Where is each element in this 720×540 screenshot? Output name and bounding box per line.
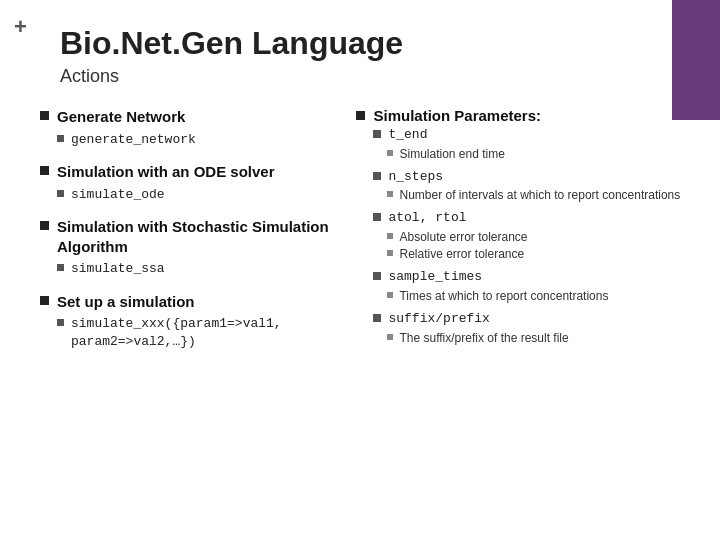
sub-sub-bullet-icon <box>387 191 393 197</box>
sub-sub-bullet-icon <box>387 150 393 156</box>
list-item: Simulation with an ODE solver simulate_o… <box>40 162 336 203</box>
left-column: Generate Network generate_network Simula… <box>40 107 346 364</box>
plus-icon: + <box>14 14 27 40</box>
sub-bullet-icon <box>373 314 381 322</box>
slide: + Bio.Net.Gen Language Actions Generate … <box>0 0 720 540</box>
sub-bullet-icon <box>373 130 381 138</box>
item-label: Simulation with an ODE solver <box>57 162 275 182</box>
param-desc: Times at which to report concentrations <box>399 288 608 304</box>
sub-item-code: simulate_ode <box>71 186 165 204</box>
param-n-steps: n_steps Number of intervals at which to … <box>373 168 690 204</box>
page-subtitle: Actions <box>60 66 690 87</box>
right-header-label: Simulation Parameters: <box>373 107 541 124</box>
sub-item-code: simulate_xxx({param1=>val1, param2=>val2… <box>71 315 336 350</box>
param-suffix-prefix: suffix/prefix The suffix/prefix of the r… <box>373 310 690 346</box>
param-name: suffix/prefix <box>388 310 489 328</box>
sub-sub-bullet-icon <box>387 250 393 256</box>
item-label: Set up a simulation <box>57 292 195 312</box>
bullet-icon <box>40 221 49 230</box>
sub-sub-bullet-icon <box>387 292 393 298</box>
sub-bullet-icon <box>57 264 64 271</box>
param-t-end: t_end Simulation end time <box>373 126 690 162</box>
list-item: Set up a simulation simulate_xxx({param1… <box>40 292 336 351</box>
sub-sub-bullet-icon <box>387 233 393 239</box>
list-item: simulate_ode <box>57 186 336 204</box>
sub-bullet-icon <box>57 190 64 197</box>
sub-bullet-icon <box>373 172 381 180</box>
bullet-icon <box>356 111 365 120</box>
right-header: Simulation Parameters: <box>356 107 690 124</box>
sub-bullet-icon <box>57 319 64 326</box>
list-item: simulate_ssa <box>57 260 336 278</box>
purple-accent-rect <box>672 0 720 120</box>
sub-item-code: simulate_ssa <box>71 260 165 278</box>
bullet-icon <box>40 296 49 305</box>
sub-sub-bullet-icon <box>387 334 393 340</box>
item-label: Generate Network <box>57 107 185 127</box>
page-title: Bio.Net.Gen Language <box>60 25 690 62</box>
param-atol-rtol: atol, rtol Absolute error tolerance Rela… <box>373 209 690 262</box>
bullet-icon <box>40 111 49 120</box>
list-item: generate_network <box>57 131 336 149</box>
param-name: sample_times <box>388 268 482 286</box>
item-label: Simulation with Stochastic Simulation Al… <box>57 217 336 256</box>
right-column: Simulation Parameters: t_end Simulation … <box>346 107 690 364</box>
sub-bullet-icon <box>373 272 381 280</box>
bullet-icon <box>40 166 49 175</box>
param-name: atol, rtol <box>388 209 466 227</box>
sub-bullet-icon <box>57 135 64 142</box>
param-name: n_steps <box>388 168 443 186</box>
param-name: t_end <box>388 126 427 144</box>
param-desc: The suffix/prefix of the result file <box>399 330 568 346</box>
list-item: Simulation with Stochastic Simulation Al… <box>40 217 336 278</box>
sub-item-code: generate_network <box>71 131 196 149</box>
list-item: simulate_xxx({param1=>val1, param2=>val2… <box>57 315 336 350</box>
param-desc: Absolute error tolerance <box>399 229 527 245</box>
param-desc: Number of intervals at which to report c… <box>399 187 680 203</box>
param-desc: Relative error tolerance <box>399 246 524 262</box>
param-desc: Simulation end time <box>399 146 504 162</box>
list-item: Generate Network generate_network <box>40 107 336 148</box>
param-sample-times: sample_times Times at which to report co… <box>373 268 690 304</box>
sub-bullet-icon <box>373 213 381 221</box>
